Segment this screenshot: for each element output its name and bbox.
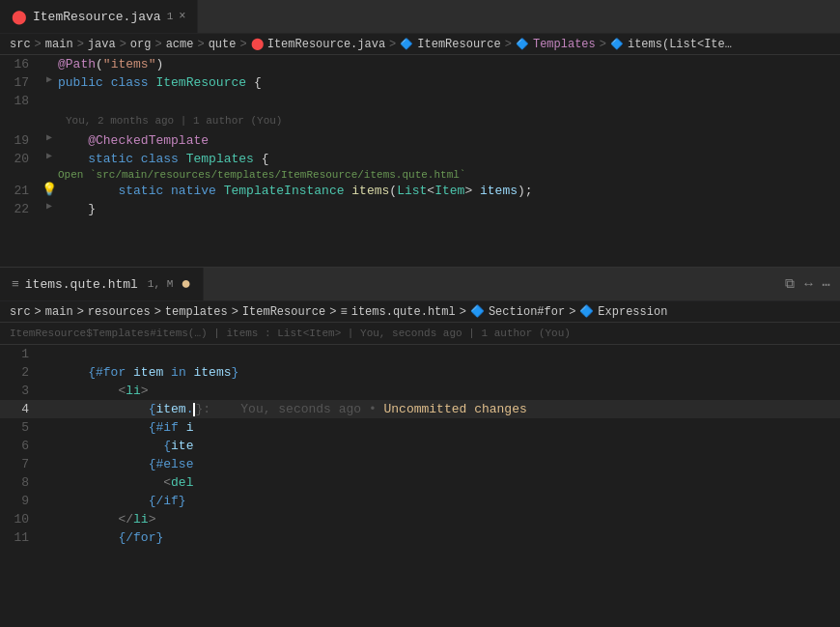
tab-items-qute-html[interactable]: ≡ items.qute.html 1, M ● — [0, 268, 204, 300]
split-editor-icon[interactable]: ⧉ — [783, 274, 797, 294]
open-changes-icon[interactable]: ↔ — [802, 274, 814, 294]
code-line-16: 16 @Path("items") — [0, 55, 840, 73]
tab2-label: items.qute.html — [25, 277, 138, 292]
editor-bottom[interactable]: 1 2 {#for item in items} 3 <li> 4 {item.… — [0, 345, 840, 627]
git-blame-top: You, 2 months ago | 1 author (You) — [58, 110, 840, 131]
tab2-modified-dot: ● — [181, 275, 191, 293]
code-line-20: 20 ▶ static class Templates { — [0, 150, 840, 168]
code-line-b5: 5 {#if i — [0, 418, 840, 437]
close-icon[interactable]: × — [179, 10, 185, 23]
tab-bar-2: ≡ items.qute.html 1, M ● ⧉ ↔ ⋯ — [0, 268, 840, 301]
tab-itemresource-java[interactable]: ⬤ ItemResource.java 1 × — [0, 0, 198, 33]
breadcrumb-1: src > main > java > org > acme > qute > … — [0, 34, 840, 55]
code-line-b9: 9 {/if} — [0, 492, 840, 510]
code-line-b1: 1 — [0, 345, 840, 363]
more-actions-icon[interactable]: ⋯ — [821, 274, 832, 295]
code-line-b6: 6 {ite — [0, 437, 840, 455]
code-line-22: 22 ▶ } — [0, 200, 840, 218]
code-line-18: 18 — [0, 92, 840, 110]
tooltip-open-template: Open `src/main/resources/templates/ItemR… — [58, 168, 840, 182]
tab-modified-number: 1 — [167, 11, 174, 22]
code-area-top: 16 @Path("items") 17 ▶ public class Item… — [0, 55, 840, 218]
tab-label: ItemResource.java — [33, 10, 161, 24]
tab-bar-1: ⬤ ItemResource.java 1 × — [0, 0, 840, 34]
breadcrumb-error-icon: ⬤ — [251, 37, 264, 51]
code-line-b4: 4 {item.}: You, seconds ago • Uncommitte… — [0, 400, 840, 418]
tab2-icon: ≡ — [12, 277, 19, 292]
code-area-bottom: 1 2 {#for item in items} 3 <li> 4 {item.… — [0, 345, 840, 547]
tab2-action-icons: ⧉ ↔ ⋯ — [783, 274, 840, 295]
breadcrumb-2: src > main > resources > templates > Ite… — [0, 301, 840, 323]
lightbulb-icon[interactable]: 💡 — [42, 182, 57, 197]
code-line-b7: 7 {#else — [0, 455, 840, 473]
editor-top: 16 @Path("items") 17 ▶ public class Item… — [0, 55, 840, 268]
code-line-21: 21 💡 static native TemplateInstance item… — [0, 182, 840, 200]
git-info-bar: ItemResource$Templates#items(…) | items … — [0, 323, 840, 345]
code-line-19: 19 ▶ @CheckedTemplate — [0, 131, 840, 150]
error-icon: ⬤ — [12, 9, 27, 25]
code-line-b3: 3 <li> — [0, 382, 840, 400]
code-line-17: 17 ▶ public class ItemResource { — [0, 73, 840, 92]
code-line-b10: 10 </li> — [0, 510, 840, 528]
code-line-b8: 8 <del — [0, 473, 840, 492]
code-line-b11: 11 {/for} — [0, 528, 840, 547]
tab2-position: 1, M — [148, 278, 173, 290]
code-line-b2: 2 {#for item in items} — [0, 363, 840, 382]
